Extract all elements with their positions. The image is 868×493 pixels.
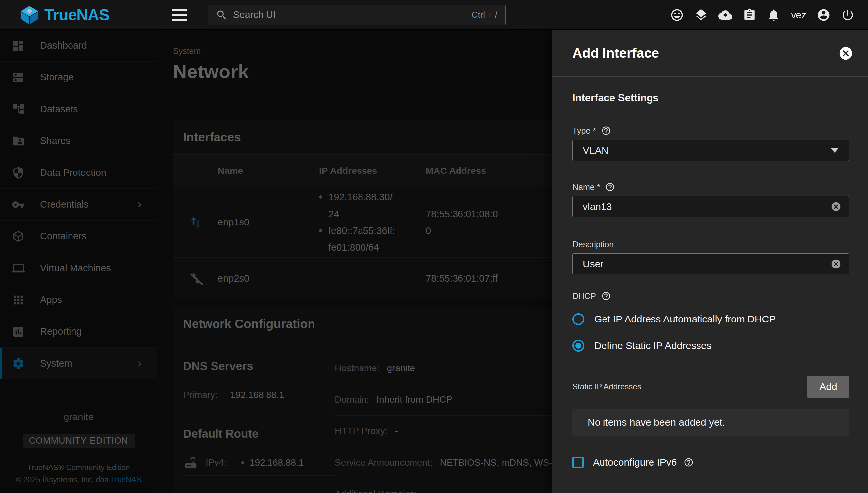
- radio-circle-selected-icon: [572, 340, 584, 351]
- menu-toggle-icon[interactable]: [172, 7, 190, 23]
- username-label: vez: [791, 9, 806, 21]
- type-select[interactable]: VLAN: [572, 140, 849, 161]
- topbar-actions: vez: [670, 8, 868, 22]
- search-icon: [216, 9, 228, 21]
- name-field-wrap: [572, 196, 849, 217]
- type-label: Type *: [572, 126, 849, 136]
- checkbox-unchecked-icon[interactable]: [572, 456, 584, 468]
- close-icon[interactable]: [838, 46, 853, 61]
- global-search[interactable]: Ctrl + /: [208, 5, 505, 25]
- top-bar: TrueNAS Ctrl + / vez: [0, 0, 868, 30]
- static-ip-label: Static IP Addresses: [572, 382, 641, 391]
- jobs-clipboard-icon[interactable]: [742, 8, 756, 22]
- description-field-wrap: [572, 253, 849, 275]
- user-avatar[interactable]: [817, 8, 830, 22]
- search-shortcut: Ctrl + /: [472, 9, 497, 20]
- radio-static[interactable]: Define Static IP Addresses: [572, 337, 849, 354]
- empty-list-message: No items have been added yet.: [572, 409, 849, 436]
- cloud-status-icon[interactable]: [718, 8, 732, 22]
- help-icon[interactable]: [601, 291, 611, 301]
- add-button[interactable]: Add: [807, 376, 849, 398]
- feedback-smiley-icon[interactable]: [670, 8, 684, 22]
- dhcp-label: DHCP: [572, 291, 849, 301]
- panel-body: Interface Settings Type * VLAN Name * De…: [552, 92, 868, 468]
- help-icon[interactable]: [601, 126, 611, 136]
- help-icon[interactable]: [683, 457, 694, 467]
- add-interface-panel: Add Interface Interface Settings Type * …: [552, 30, 868, 493]
- truecommand-icon[interactable]: [694, 8, 708, 22]
- clear-icon[interactable]: [830, 201, 841, 212]
- radio-dhcp[interactable]: Get IP Address Automatically from DHCP: [572, 311, 849, 327]
- type-select-value: VLAN: [583, 145, 830, 156]
- name-field[interactable]: [583, 201, 830, 212]
- panel-title: Add Interface: [572, 45, 659, 61]
- static-ip-row: Static IP Addresses Add: [572, 376, 849, 398]
- search-input[interactable]: [233, 9, 472, 20]
- chevron-down-icon: [830, 148, 839, 153]
- clear-icon[interactable]: [830, 259, 841, 269]
- description-label: Description: [572, 240, 849, 249]
- truenas-logo-icon: [19, 5, 40, 25]
- help-icon[interactable]: [605, 182, 615, 192]
- panel-header: Add Interface: [552, 30, 868, 77]
- truenas-app: TrueNAS Ctrl + / vez: [0, 0, 868, 493]
- name-label: Name *: [572, 182, 849, 192]
- logo-text: TrueNAS: [44, 6, 109, 24]
- autoconfigure-ipv6-checkbox-row[interactable]: Autoconfigure IPv6: [572, 456, 849, 468]
- notifications-bell-icon[interactable]: [767, 8, 781, 22]
- truenas-logo[interactable]: TrueNAS: [0, 5, 157, 25]
- radio-circle-icon: [572, 313, 584, 325]
- power-icon[interactable]: [841, 8, 855, 22]
- description-field[interactable]: [583, 258, 830, 270]
- section-title: Interface Settings: [572, 92, 849, 104]
